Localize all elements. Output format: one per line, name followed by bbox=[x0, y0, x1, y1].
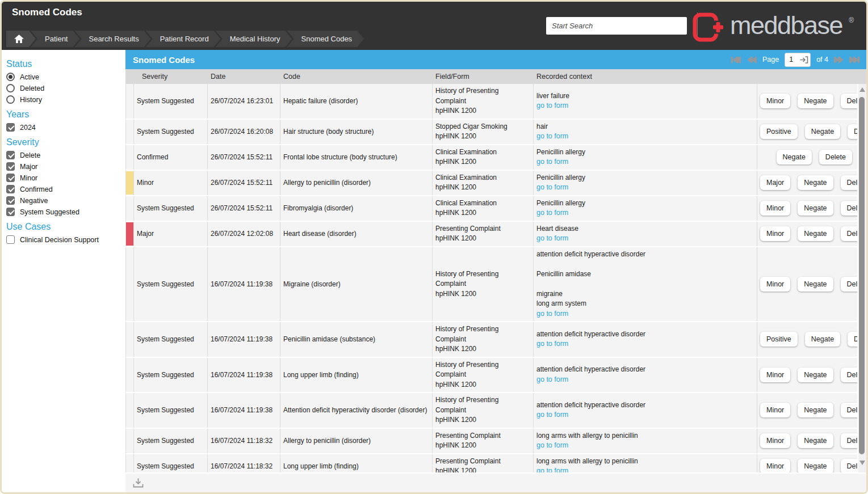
date-value: 16/07/2024 11:19:38 bbox=[211, 335, 277, 343]
date-cell: 16/07/2024 11:18:32 bbox=[208, 429, 280, 453]
negate-button[interactable]: Negate bbox=[805, 332, 840, 347]
go-to-form-link[interactable]: go to form bbox=[536, 101, 568, 111]
previous-page-button[interactable] bbox=[747, 56, 757, 64]
negate-button[interactable]: Negate bbox=[798, 201, 833, 216]
minor-button[interactable]: Minor bbox=[760, 277, 790, 292]
page-input-wrap bbox=[785, 53, 811, 67]
negate-button[interactable]: Negate bbox=[798, 368, 833, 382]
minor-button[interactable]: Minor bbox=[760, 433, 790, 448]
breadcrumb-item-medical-history[interactable]: Medical History bbox=[216, 31, 292, 47]
next-page-button[interactable] bbox=[834, 56, 844, 64]
negate-button[interactable]: Negate bbox=[798, 94, 833, 108]
date-value: 16/07/2024 11:18:32 bbox=[211, 437, 277, 445]
field-value: History of Presenting Complaint bbox=[435, 395, 530, 415]
delete-button[interactable]: Delete bbox=[841, 201, 857, 216]
last-page-button[interactable] bbox=[849, 56, 860, 64]
positive-button[interactable]: Positive bbox=[760, 124, 798, 139]
negate-button[interactable]: Negate bbox=[798, 175, 833, 190]
form-value: hpHINK 1200 bbox=[435, 208, 530, 218]
minor-button[interactable]: Minor bbox=[760, 368, 790, 382]
first-page-button[interactable] bbox=[731, 56, 741, 64]
form-value: hpHINK 1200 bbox=[435, 380, 530, 390]
go-to-form-link[interactable]: go to form bbox=[536, 157, 568, 167]
minor-button[interactable]: Minor bbox=[760, 94, 790, 108]
context-lines: Penicillin allergy bbox=[536, 199, 754, 209]
table-body: System Suggested 26/07/2024 16:23:01 Hep… bbox=[125, 84, 857, 472]
delete-button[interactable]: Delete bbox=[841, 433, 857, 448]
go-to-form-link[interactable]: go to form bbox=[536, 309, 568, 319]
go-to-form-link[interactable]: go to form bbox=[536, 132, 568, 142]
go-to-form-link[interactable]: go to form bbox=[536, 183, 568, 193]
delete-button[interactable]: Delete bbox=[841, 368, 857, 382]
download-button[interactable] bbox=[133, 478, 144, 488]
context-lines: Penicillin allergy bbox=[536, 147, 754, 158]
delete-button[interactable]: Delete bbox=[848, 124, 857, 139]
vertical-scrollbar[interactable] bbox=[857, 84, 866, 472]
scroll-down-arrow-icon[interactable] bbox=[859, 461, 865, 465]
delete-button[interactable]: Delete bbox=[841, 459, 857, 472]
checkbox-system-suggested[interactable]: System Suggested bbox=[6, 208, 125, 216]
go-to-form-link[interactable]: go to form bbox=[536, 441, 568, 451]
scroll-up-arrow-icon[interactable] bbox=[859, 87, 865, 92]
severity-indicator bbox=[126, 394, 133, 427]
checkbox-major[interactable]: Major bbox=[6, 162, 125, 171]
delete-button[interactable]: Delete bbox=[841, 226, 857, 241]
go-to-form-link[interactable]: go to form bbox=[536, 375, 568, 385]
checkbox-2024[interactable]: 2024 bbox=[6, 123, 125, 132]
positive-button[interactable]: Positive bbox=[760, 332, 798, 347]
go-to-form-link[interactable]: go to form bbox=[536, 208, 568, 218]
field-form-cell: History of Presenting Complaint hpHINK 1… bbox=[433, 393, 534, 428]
severity-indicator-cell bbox=[126, 322, 134, 357]
delete-button[interactable]: Delete bbox=[841, 175, 857, 190]
delete-button[interactable]: Delete bbox=[848, 332, 857, 347]
go-to-page-icon[interactable] bbox=[800, 56, 808, 64]
recorded-context-cell: liver failure go to form bbox=[534, 84, 757, 119]
checkbox-negative[interactable]: Negative bbox=[6, 196, 125, 205]
breadcrumb-item-snomed-codes[interactable]: Snomed Codes bbox=[287, 31, 364, 47]
delete-button[interactable]: Delete bbox=[841, 403, 857, 417]
date-cell: 16/07/2024 11:18:32 bbox=[208, 454, 280, 473]
severity-value: System Suggested bbox=[137, 335, 204, 343]
radio-deleted[interactable]: Deleted bbox=[6, 84, 125, 92]
radio-active[interactable]: Active bbox=[6, 73, 125, 81]
checkbox-icon bbox=[6, 151, 15, 159]
major-button[interactable]: Major bbox=[760, 175, 790, 190]
scrollbar-thumb[interactable] bbox=[859, 97, 865, 454]
radio-history[interactable]: History bbox=[6, 95, 125, 104]
go-to-form-link[interactable]: go to form bbox=[536, 234, 568, 244]
context-line: Heart disease bbox=[536, 224, 754, 234]
minor-button[interactable]: Minor bbox=[760, 226, 790, 241]
checkbox-delete[interactable]: Delete bbox=[6, 151, 125, 159]
checkbox-confirmed[interactable]: Confirmed bbox=[6, 185, 125, 193]
meddbase-logo-icon bbox=[692, 12, 724, 42]
breadcrumb-item-search-results[interactable]: Search Results bbox=[74, 31, 150, 47]
breadcrumb-item-patient-record[interactable]: Patient Record bbox=[146, 31, 221, 47]
negate-button[interactable]: Negate bbox=[798, 226, 833, 241]
negate-button[interactable]: Negate bbox=[798, 459, 833, 472]
minor-button[interactable]: Minor bbox=[760, 403, 790, 417]
delete-button[interactable]: Delete bbox=[841, 277, 857, 292]
negate-button[interactable]: Negate bbox=[805, 124, 840, 139]
checkbox-clinical-decision-support[interactable]: Clinical Decision Support bbox=[6, 235, 125, 244]
breadcrumb-home[interactable] bbox=[6, 31, 36, 47]
minor-button[interactable]: Minor bbox=[760, 201, 790, 216]
negate-button[interactable]: Negate bbox=[798, 277, 833, 292]
delete-button[interactable]: Delete bbox=[841, 94, 857, 108]
row-actions: MinorNegateDelete bbox=[757, 429, 857, 453]
negate-button[interactable]: Negate bbox=[798, 403, 833, 417]
minor-button[interactable]: Minor bbox=[760, 459, 790, 472]
negate-button[interactable]: Negate bbox=[798, 433, 833, 448]
field-form-cell: History of Presenting Complaint hpHINK 1… bbox=[433, 322, 534, 357]
go-to-form-link[interactable]: go to form bbox=[536, 339, 568, 349]
page-number-input[interactable] bbox=[785, 56, 798, 64]
checkbox-icon bbox=[6, 123, 15, 132]
search-input[interactable] bbox=[546, 17, 687, 35]
date-value: 16/07/2024 11:18:32 bbox=[211, 462, 277, 470]
page-count-label: of 4 bbox=[816, 56, 828, 64]
breadcrumb-item-patient[interactable]: Patient bbox=[31, 31, 79, 47]
checkbox-minor[interactable]: Minor bbox=[6, 174, 125, 182]
delete-button[interactable]: Delete bbox=[819, 150, 852, 164]
go-to-form-link[interactable]: go to form bbox=[536, 410, 568, 420]
negate-button[interactable]: Negate bbox=[777, 150, 812, 164]
go-to-form-link[interactable]: go to form bbox=[536, 466, 568, 472]
